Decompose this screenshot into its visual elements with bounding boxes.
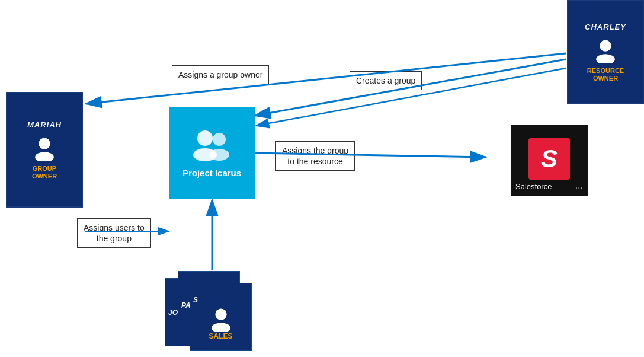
charley-avatar-icon xyxy=(592,37,619,63)
salesforce-logo-letter: S xyxy=(541,145,558,173)
svg-point-6 xyxy=(213,133,226,146)
svg-point-1 xyxy=(596,54,615,63)
assigns-users-group-label: Assigns users to the group xyxy=(77,218,151,248)
salesforce-name: Salesforce xyxy=(515,182,552,191)
charley-card: CHARLEY RESOURCE OWNER xyxy=(567,0,644,104)
sales-card: S SALES xyxy=(190,283,252,351)
assigns-group-owner-label: Assigns a group owner xyxy=(172,65,269,84)
salesforce-dots: ... xyxy=(575,180,583,191)
charley-role: RESOURCE OWNER xyxy=(585,66,626,84)
charley-name: CHARLEY xyxy=(581,20,630,34)
mariah-card: MARIAH GROUP OWNER xyxy=(6,92,83,208)
assigns-group-resource-label: Assigns the group to the resource xyxy=(275,141,355,171)
group-icon xyxy=(188,128,236,163)
svg-point-2 xyxy=(39,138,50,149)
svg-point-9 xyxy=(212,323,230,332)
svg-point-4 xyxy=(197,130,213,146)
project-icarus-label: Project Icarus xyxy=(182,168,241,178)
svg-point-3 xyxy=(35,152,54,161)
salesforce-card: S Salesforce ... xyxy=(511,125,588,196)
svg-line-15 xyxy=(86,53,566,104)
mariah-avatar-icon xyxy=(31,135,57,161)
mariah-name: MARIAH xyxy=(24,118,65,132)
sales-role-label: SALES xyxy=(209,332,232,340)
sales-avatar-icon xyxy=(208,306,234,332)
svg-point-8 xyxy=(215,308,226,320)
project-icarus-card: Project Icarus xyxy=(169,107,255,199)
sales-card-label: S xyxy=(190,294,201,306)
mariah-role: GROUP OWNER xyxy=(30,164,59,181)
salesforce-logo: S xyxy=(528,138,570,180)
svg-point-7 xyxy=(209,149,229,161)
creates-group-label: Creates a group xyxy=(350,71,422,90)
svg-point-0 xyxy=(600,40,611,51)
